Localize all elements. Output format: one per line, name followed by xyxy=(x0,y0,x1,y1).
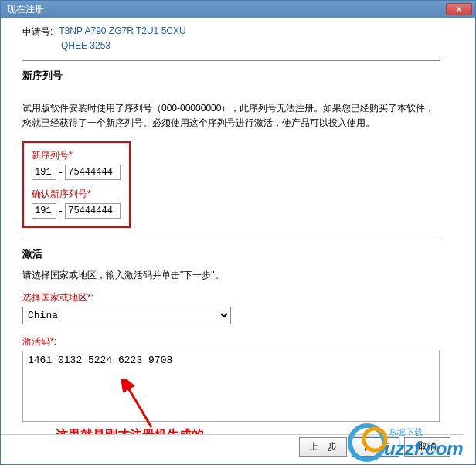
activation-code-input[interactable]: 1461 0132 5224 6223 9708 xyxy=(22,351,440,422)
next-button[interactable]: 下一步 xyxy=(352,437,400,457)
separator xyxy=(22,60,440,61)
country-select[interactable]: China xyxy=(22,307,231,324)
separator xyxy=(22,239,440,239)
new-serial-desc: 试用版软件安装时使用了序列号（000-00000000），此序列号无法注册。如果… xyxy=(22,101,440,131)
close-button[interactable] xyxy=(446,3,472,15)
new-serial-title: 新序列号 xyxy=(22,69,466,83)
request-row: 申请号: T3NP A790 ZG7R T2U1 5CXU xyxy=(22,25,466,39)
content-area: 申请号: T3NP A790 ZG7R T2U1 5CXU QHEE 3253 … xyxy=(1,18,475,464)
window-title: 现在注册 xyxy=(7,3,44,16)
serial-2a-input[interactable] xyxy=(32,203,56,219)
activate-title: 激活 xyxy=(22,247,466,261)
dialog-window: 现在注册 申请号: T3NP A790 ZG7R T2U1 5CXU QHEE … xyxy=(0,0,476,465)
close-icon xyxy=(456,6,462,12)
activation-code-label: 激活码*: xyxy=(22,335,466,348)
serial-1a-input[interactable] xyxy=(32,165,56,180)
dash: - xyxy=(58,167,63,178)
cancel-button[interactable]: 取消 xyxy=(404,437,450,457)
serial-2b-input[interactable] xyxy=(65,203,121,219)
button-bar: 上一步 下一步 取消 xyxy=(1,434,463,459)
titlebar: 现在注册 xyxy=(1,1,475,18)
serial-1b-input[interactable] xyxy=(65,165,121,180)
serial-label-2: 确认新序列号* xyxy=(32,188,121,201)
serial-highlight-box: 新序列号* - 确认新序列号* - xyxy=(22,141,131,228)
serial-label-1: 新序列号* xyxy=(32,149,121,162)
country-label: 选择国家或地区*: xyxy=(22,291,466,304)
request-label: 申请号: xyxy=(22,25,53,39)
prev-button[interactable]: 上一步 xyxy=(299,437,347,457)
request-code-1: T3NP A790 ZG7R T2U1 5CXU xyxy=(59,25,185,39)
request-code-2: QHEE 3253 xyxy=(61,40,466,51)
activate-desc: 请选择国家或地区，输入激活码并单击"下一步"。 xyxy=(22,269,466,282)
dash: - xyxy=(58,205,63,216)
